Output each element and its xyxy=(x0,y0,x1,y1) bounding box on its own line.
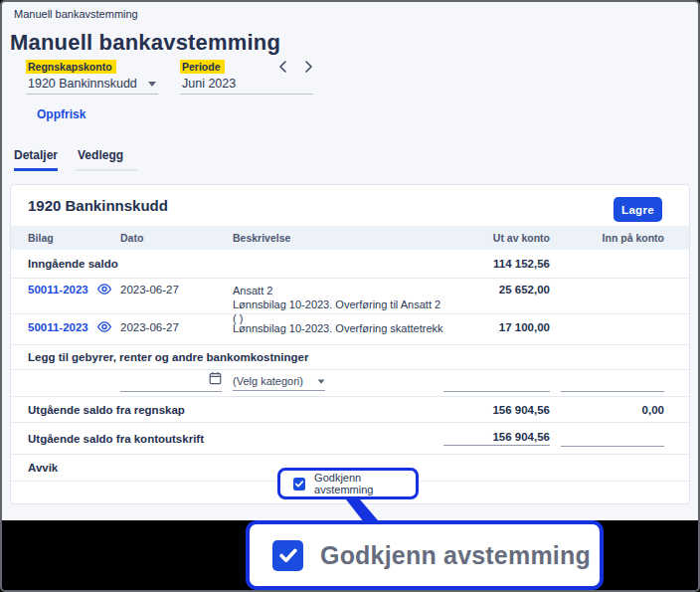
fees-section-label: Legg til gebyrer, renter og andre bankom… xyxy=(28,351,308,363)
entry-description: Ansatt 2 Lønnsbilag 10-2023. Overføring … xyxy=(233,284,443,325)
breadcrumb: Manuell bankavstemming xyxy=(14,8,138,20)
fee-date-input[interactable] xyxy=(120,374,222,392)
fee-in-amount-input[interactable] xyxy=(561,375,664,392)
eye-icon[interactable] xyxy=(96,283,112,296)
account-select[interactable]: 1920 Bankinnskudd xyxy=(26,73,158,95)
period-label: Periode xyxy=(180,60,225,74)
filter-bar: Regnskapskonto 1920 Bankinnskudd Periode xyxy=(26,60,313,95)
voucher-link[interactable]: 50011-2023 xyxy=(28,321,88,333)
category-select[interactable]: (Velg kategori) xyxy=(233,375,325,391)
approve-checkbox-label: Godkjenn avstemming xyxy=(314,472,416,495)
tab-bar: Detaljer Vedlegg xyxy=(14,148,137,171)
callout-label: Godkjenn avstemming xyxy=(320,541,591,570)
approve-checkbox-zoomed xyxy=(272,540,303,571)
account-field: Regnskapskonto 1920 Bankinnskudd xyxy=(26,60,158,95)
opening-balance-out: 114 152,56 xyxy=(443,258,550,270)
approve-checkbox-callout: Godkjenn avstemming xyxy=(246,520,604,590)
column-header-bilag: Bilag xyxy=(28,232,120,244)
caret-down-icon xyxy=(148,82,156,87)
ledger-balance-out: 156 904,56 xyxy=(443,404,550,416)
column-header-inn-pa-konto: Inn på konto xyxy=(550,232,664,244)
reconciliation-card: 1920 Bankinnskudd Lagre Bilag Dato Beskr… xyxy=(10,184,690,504)
category-select-value: (Velg kategori) xyxy=(233,375,303,387)
statement-in-input[interactable] xyxy=(561,430,664,447)
window-frame: Manuell bankavstemming Manuell bankavste… xyxy=(0,0,700,592)
ledger-balance-in: 0,00 xyxy=(550,404,664,416)
page-title: Manuell bankavstemming xyxy=(10,30,280,56)
statement-balance-label: Utgående saldo fra kontoutskrift xyxy=(28,433,443,445)
entry-out-amount: 17 100,00 xyxy=(443,321,550,333)
eye-icon[interactable] xyxy=(96,320,112,333)
check-icon xyxy=(294,480,304,489)
statement-balance-row: Utgående saldo fra kontoutskrift 156 904… xyxy=(11,422,689,454)
ledger-balance-label: Utgående saldo fra regnskap xyxy=(28,404,443,416)
ledger-balance-row: Utgående saldo fra regnskap 156 904,56 0… xyxy=(11,396,689,422)
entry-date: 2023-06-27 xyxy=(120,284,233,296)
opening-balance-row: Inngående saldo 114 152,56 xyxy=(11,250,689,278)
column-header-ut-av-konto: Ut av konto xyxy=(443,232,550,244)
deviation-label: Avvik xyxy=(28,462,58,474)
fee-entry-input-row: (Velg kategori) xyxy=(11,369,689,396)
tab-detaljer[interactable]: Detaljer xyxy=(14,148,58,171)
page: Manuell bankavstemming Manuell bankavste… xyxy=(2,2,698,520)
column-header-beskrivelse: Beskrivelse xyxy=(233,232,443,244)
chevron-right-icon[interactable] xyxy=(301,59,315,75)
table-row: 50011-2023 2023-06-27 Ansatt 2 Lønnsbila… xyxy=(11,278,689,313)
entry-description: Lønnsbilag 10-2023. Overføring skattetre… xyxy=(233,321,443,335)
check-icon xyxy=(277,546,299,565)
save-button[interactable]: Lagre xyxy=(613,197,662,222)
card-header: 1920 Bankinnskudd Lagre xyxy=(11,185,689,226)
approve-checkbox[interactable] xyxy=(293,478,305,491)
voucher-link[interactable]: 50011-2023 xyxy=(28,284,88,296)
entry-date: 2023-06-27 xyxy=(120,321,233,333)
card-title: 1920 Bankinnskudd xyxy=(28,197,168,214)
period-navigation xyxy=(275,59,315,75)
fees-section-row: Legg til gebyrer, renter og andre bankom… xyxy=(11,344,689,369)
refresh-link[interactable]: Oppfrisk xyxy=(37,107,86,121)
entry-out-amount: 25 652,00 xyxy=(443,284,550,296)
approve-annotation-highlight: Godkjenn avstemming xyxy=(277,468,419,499)
chevron-left-icon[interactable] xyxy=(275,59,289,75)
account-value: 1920 Bankinnskudd xyxy=(28,77,137,91)
table-header-row: Bilag Dato Beskrivelse Ut av konto Inn p… xyxy=(11,226,689,250)
calendar-icon[interactable] xyxy=(209,371,222,389)
period-value: Juni 2023 xyxy=(182,77,236,91)
opening-balance-label: Inngående saldo xyxy=(28,258,443,270)
account-label: Regnskapskonto xyxy=(26,60,116,74)
tab-vedlegg[interactable]: Vedlegg xyxy=(76,148,137,171)
period-input[interactable]: Juni 2023 xyxy=(180,73,313,95)
fee-out-amount-input[interactable] xyxy=(443,375,550,392)
column-header-dato: Dato xyxy=(120,232,233,244)
caret-down-icon xyxy=(318,379,325,383)
statement-out-input[interactable]: 156 904,56 xyxy=(443,431,550,446)
period-field: Periode Juni 2023 xyxy=(180,60,313,95)
